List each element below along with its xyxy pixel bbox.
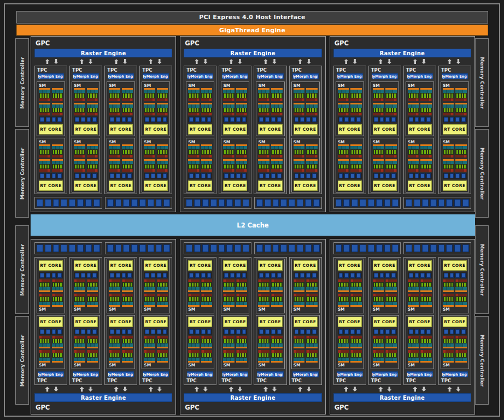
sm-block: RT CORESM	[186, 259, 214, 313]
arrow-pair	[333, 59, 368, 64]
cuda-core-column	[376, 353, 378, 357]
polymorph-engine-bar: PolyMorph Engine	[292, 73, 319, 79]
texture-unit	[81, 273, 85, 278]
rop-unit	[454, 199, 461, 207]
cuda-core-column	[224, 283, 226, 287]
gpc-label: GPC	[333, 404, 471, 411]
rop-unit	[273, 244, 279, 252]
cuda-core-column	[354, 339, 356, 343]
polymorph-engine-bar: PolyMorph Engine	[108, 371, 134, 377]
cuda-core-column	[344, 353, 345, 357]
processing-block	[420, 294, 432, 306]
cuda-core-column	[376, 283, 378, 287]
cuda-core-column	[113, 339, 114, 343]
processing-block	[443, 103, 454, 116]
texture-unit	[52, 117, 56, 122]
cuda-core-column	[96, 353, 97, 357]
arrow-pair	[218, 59, 253, 64]
cuda-core-columns	[74, 353, 85, 358]
processing-block	[87, 294, 98, 306]
cuda-core-column	[96, 339, 97, 343]
cuda-core-column	[429, 353, 431, 357]
sm-label: SM	[74, 307, 98, 312]
arrow-down-icon	[307, 59, 311, 64]
sm-block: RT CORESM	[37, 315, 65, 370]
texture-units-row	[144, 272, 168, 278]
tensor-core-strip	[258, 98, 269, 101]
warp-scheduler-strip	[74, 290, 85, 292]
raster-engine-bar: Raster Engine	[333, 49, 471, 57]
cuda-core-column	[280, 108, 282, 113]
rt-core: RT CORE	[74, 317, 98, 327]
processing-block	[109, 279, 120, 292]
cuda-core-column	[128, 283, 130, 287]
processing-block	[109, 103, 120, 116]
cuda-core-column	[202, 108, 204, 113]
cuda-core-column	[195, 283, 196, 287]
texture-units-row	[74, 329, 98, 335]
sm-block: RT CORESM	[72, 259, 100, 313]
cuda-core-column	[382, 94, 383, 98]
sm-block: SMRT CORE	[37, 138, 65, 192]
polymorph-engine-bar: PolyMorph Engine	[73, 73, 99, 79]
cuda-core-column	[158, 150, 160, 154]
cuda-core-columns	[408, 296, 419, 301]
cuda-core-column	[131, 165, 132, 169]
cuda-core-column	[417, 165, 418, 169]
tpc-label: TPC	[406, 378, 434, 383]
cuda-core-columns	[109, 108, 120, 113]
rop-unit	[85, 199, 92, 207]
arrow-down-icon	[54, 387, 58, 392]
rop-unit	[131, 244, 138, 252]
processing-block	[52, 103, 63, 116]
sm-block: SMRT CORE	[441, 81, 469, 136]
cuda-core-column	[459, 339, 461, 343]
cuda-core-column	[275, 283, 277, 287]
cuda-core-column	[160, 297, 162, 301]
arrow-pair	[368, 387, 402, 392]
texture-unit	[374, 329, 378, 334]
cuda-core-column	[411, 150, 413, 154]
cuda-core-column	[297, 108, 298, 113]
cuda-core-column	[153, 94, 154, 98]
rop-unit	[53, 199, 60, 207]
cuda-core-columns	[455, 164, 467, 170]
cuda-core-column	[75, 353, 77, 357]
tensor-core-strip	[144, 113, 155, 115]
tensor-core-strip	[455, 155, 467, 158]
cuda-core-column	[356, 353, 358, 357]
processing-block	[373, 279, 384, 292]
cuda-core-column	[148, 353, 149, 357]
cuda-core-column	[392, 297, 394, 301]
processing-block	[74, 279, 85, 292]
texture-unit	[444, 117, 448, 122]
tensor-core-strip	[201, 155, 213, 158]
processing-block	[223, 88, 235, 101]
rop-unit	[430, 244, 437, 252]
processing-block	[258, 103, 269, 116]
cuda-core-column	[40, 165, 42, 169]
cuda-core-column	[452, 165, 453, 169]
texture-unit	[312, 273, 317, 278]
cuda-core-column	[456, 150, 458, 154]
cuda-core-column	[202, 150, 204, 154]
cuda-core-column	[118, 339, 119, 343]
processing-block	[223, 350, 235, 363]
cuda-core-column	[462, 94, 464, 98]
texture-unit	[374, 173, 378, 178]
processing-block	[420, 144, 432, 158]
cuda-core-column	[386, 297, 388, 301]
texture-unit	[230, 117, 235, 122]
cuda-core-column	[207, 283, 209, 287]
texture-unit	[295, 329, 299, 334]
cuda-core-column	[189, 108, 191, 113]
gpc-label: GPC	[34, 404, 172, 411]
texture-unit	[127, 329, 132, 334]
cuda-core-columns	[201, 282, 213, 287]
processing-blocks-grid	[109, 336, 133, 363]
cuda-core-columns	[109, 93, 120, 98]
cuda-core-column	[163, 94, 165, 98]
cuda-core-column	[464, 94, 466, 98]
cuda-core-column	[115, 150, 116, 154]
cuda-core-columns	[52, 353, 63, 358]
